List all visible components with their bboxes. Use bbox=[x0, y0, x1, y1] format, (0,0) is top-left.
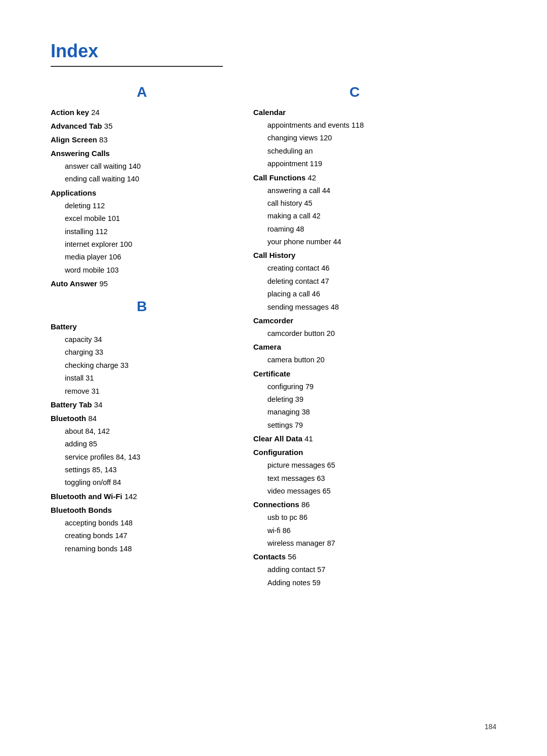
right-column: C Calendar appointments and events 118 c… bbox=[253, 81, 456, 589]
entry-auto-answer: Auto Answer 95 bbox=[51, 277, 233, 290]
sub-managing: managing 38 bbox=[253, 406, 456, 419]
section-letter-c: C bbox=[253, 84, 456, 100]
entry-battery-tab: Battery Tab 34 bbox=[51, 398, 233, 411]
sub-making-a-call: making a call 42 bbox=[253, 210, 456, 222]
sub-deleting-cert: deleting 39 bbox=[253, 393, 456, 406]
section-letter-b: B bbox=[51, 298, 233, 315]
entry-battery: Battery capacity 34 charging 33 checking… bbox=[51, 320, 233, 398]
sub-usb-to-pc: usb to pc 86 bbox=[253, 511, 456, 524]
sub-accepting-bonds: accepting bonds 148 bbox=[51, 517, 233, 530]
entry-call-functions: Call Functions 42 answering a call 44 ca… bbox=[253, 171, 456, 249]
sub-checking-charge: checking charge 33 bbox=[51, 359, 233, 372]
entry-align-screen: Align Screen 83 bbox=[51, 133, 233, 146]
entry-certificate: Certificate configuring 79 deleting 39 m… bbox=[253, 367, 456, 432]
sub-installing: installing 112 bbox=[51, 225, 233, 238]
sub-call-history: call history 45 bbox=[253, 197, 456, 210]
sub-about-bluetooth: about 84, 142 bbox=[51, 425, 233, 438]
sub-appointments-events: appointments and events 118 bbox=[253, 119, 456, 132]
entry-call-history: Call History creating contact 46 deletin… bbox=[253, 248, 456, 314]
entry-contacts: Contacts 56 adding contact 57 Adding not… bbox=[253, 550, 456, 589]
sub-media-player: media player 106 bbox=[51, 251, 233, 263]
sub-deleting: deleting 112 bbox=[51, 200, 233, 212]
entry-camcorder: Camcorder camcorder button 20 bbox=[253, 314, 456, 340]
page-title: Index bbox=[51, 41, 496, 62]
entry-applications: Applications deleting 112 excel mobile 1… bbox=[51, 186, 233, 277]
sub-deleting-contact: deleting contact 47 bbox=[253, 275, 456, 288]
sub-picture-messages: picture messages 65 bbox=[253, 459, 456, 472]
sub-changing-views: changing views 120 bbox=[253, 132, 456, 144]
entry-bluetooth-wifi: Bluetooth and Wi-Fi 142 bbox=[51, 489, 233, 503]
sub-answering-a-call: answering a call 44 bbox=[253, 184, 456, 197]
sub-scheduling: scheduling an bbox=[253, 145, 456, 158]
sub-wi-fi: wi-fi 86 bbox=[253, 524, 456, 537]
sub-adding-notes: Adding notes 59 bbox=[253, 577, 456, 589]
entry-answering-calls: Answering Calls answer call waiting 140 … bbox=[51, 146, 233, 186]
entry-connections: Connections 86 usb to pc 86 wi-fi 86 wir… bbox=[253, 498, 456, 550]
sub-excel-mobile: excel mobile 101 bbox=[51, 212, 233, 225]
entry-configuration: Configuration picture messages 65 text m… bbox=[253, 445, 456, 498]
sub-capacity: capacity 34 bbox=[51, 333, 233, 346]
sub-internet-explorer: internet explorer 100 bbox=[51, 238, 233, 251]
entry-advanced-tab: Advanced Tab 35 bbox=[51, 119, 233, 133]
title-divider bbox=[51, 66, 223, 67]
sub-answer-call-waiting: answer call waiting 140 bbox=[51, 160, 233, 173]
sub-charging: charging 33 bbox=[51, 346, 233, 359]
entry-action-key: Action key 24 bbox=[51, 105, 233, 119]
sub-text-messages: text messages 63 bbox=[253, 472, 456, 485]
sub-wireless-manager: wireless manager 87 bbox=[253, 537, 456, 550]
left-column: A Action key 24 Advanced Tab 35 Align Sc… bbox=[51, 81, 233, 555]
sub-creating-contact: creating contact 46 bbox=[253, 262, 456, 275]
sub-settings-bluetooth: settings 85, 143 bbox=[51, 464, 233, 476]
sub-renaming-bonds: renaming bonds 148 bbox=[51, 543, 233, 555]
sub-remove: remove 31 bbox=[51, 385, 233, 398]
sub-adding-contact: adding contact 57 bbox=[253, 563, 456, 576]
entry-bluetooth-bonds: Bluetooth Bonds accepting bonds 148 crea… bbox=[51, 503, 233, 555]
sub-creating-bonds: creating bonds 147 bbox=[51, 530, 233, 542]
entry-camera: Camera camera button 20 bbox=[253, 340, 456, 366]
sub-video-messages: video messages 65 bbox=[253, 485, 456, 498]
section-letter-a: A bbox=[51, 84, 233, 100]
sub-camera-button: camera button 20 bbox=[253, 354, 456, 366]
entry-clear-all-data: Clear All Data 41 bbox=[253, 432, 456, 445]
sub-sending-messages: sending messages 48 bbox=[253, 301, 456, 314]
page-number: 184 bbox=[485, 723, 496, 731]
sub-camcorder-button: camcorder button 20 bbox=[253, 327, 456, 340]
sub-appointment: appointment 119 bbox=[253, 158, 456, 170]
sub-your-phone-number: your phone number 44 bbox=[253, 236, 456, 248]
sub-toggling: toggling on/off 84 bbox=[51, 476, 233, 489]
page: Index A Action key 24 Advanced Tab 35 Al… bbox=[0, 0, 547, 756]
index-columns: A Action key 24 Advanced Tab 35 Align Sc… bbox=[51, 81, 496, 589]
sub-ending-call-waiting: ending call waiting 140 bbox=[51, 173, 233, 185]
sub-adding-bluetooth: adding 85 bbox=[51, 438, 233, 450]
entry-calendar: Calendar appointments and events 118 cha… bbox=[253, 105, 456, 171]
sub-roaming: roaming 48 bbox=[253, 223, 456, 236]
entry-bluetooth: Bluetooth 84 about 84, 142 adding 85 ser… bbox=[51, 411, 233, 489]
sub-word-mobile: word mobile 103 bbox=[51, 264, 233, 277]
sub-configuring: configuring 79 bbox=[253, 381, 456, 393]
sub-placing-a-call: placing a call 46 bbox=[253, 288, 456, 300]
sub-service-profiles: service profiles 84, 143 bbox=[51, 451, 233, 464]
sub-install: install 31 bbox=[51, 372, 233, 385]
sub-settings-cert: settings 79 bbox=[253, 419, 456, 432]
